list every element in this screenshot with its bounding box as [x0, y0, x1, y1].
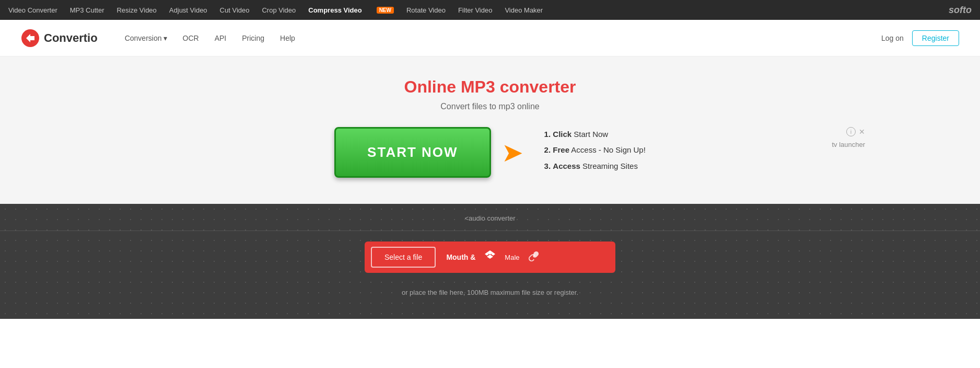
toolbar-link-mp3-cutter[interactable]: MP3 Cutter — [70, 6, 104, 14]
toolbar-link-video-maker[interactable]: Video Maker — [505, 6, 543, 14]
logo-text: Convertio — [44, 31, 98, 45]
close-icon[interactable]: ✕ — [859, 128, 865, 136]
file-upload-bar: Select a file Mouth & Male — [365, 242, 615, 273]
converter-section: <audio converter Select a file Mouth & M… — [0, 204, 980, 319]
logo-area[interactable]: Convertio — [21, 29, 98, 48]
main-header: Convertio Conversion ▾ OCR API Pricing H… — [0, 20, 980, 56]
ad-step-3: 3. Access Streaming Sites — [544, 160, 646, 172]
register-button[interactable]: Register — [912, 30, 959, 46]
toolbar-link-video-converter[interactable]: Video Converter — [8, 6, 57, 14]
nav-ocr[interactable]: OCR — [177, 31, 205, 45]
toolbar-link-filter-video[interactable]: Filter Video — [458, 6, 493, 14]
info-icon[interactable]: i — [846, 127, 856, 136]
main-nav: Conversion ▾ OCR API Pricing Help — [119, 31, 881, 45]
dropbox-icon[interactable] — [484, 249, 496, 265]
ad-area: START NOW ➤ 1. Click Start Now 2. Free A… — [10, 127, 970, 178]
tv-launcher-text: tv launcher — [832, 141, 865, 148]
toolbar-link-compress-video[interactable]: Compress Video — [308, 6, 361, 14]
top-toolbar: Video Converter MP3 Cutter Resize Video … — [0, 0, 980, 20]
mouth-and-text: Mouth & — [446, 253, 475, 261]
converter-label: <audio converter — [0, 214, 980, 222]
ad-info-row: i ✕ — [846, 127, 865, 136]
toolbar-link-crop-video[interactable]: Crop Video — [262, 6, 296, 14]
login-link[interactable]: Log on — [881, 34, 904, 42]
upload-options: Mouth & Male — [446, 249, 539, 265]
ad-step-1: 1. Click Start Now — [544, 129, 646, 141]
toolbar-link-adjust-video[interactable]: Adjust Video — [169, 6, 207, 14]
link-icon[interactable] — [528, 250, 540, 264]
nav-pricing[interactable]: Pricing — [236, 31, 271, 45]
converter-input-area: Select a file Mouth & Male — [0, 242, 980, 289]
nav-help[interactable]: Help — [274, 31, 301, 45]
nav-api[interactable]: API — [208, 31, 233, 45]
softo-logo: softo — [949, 5, 972, 16]
select-file-button[interactable]: Select a file — [371, 247, 436, 268]
chevron-down-icon: ▾ — [164, 34, 167, 42]
ad-steps: 1. Click Start Now 2. Free Access - No S… — [544, 129, 646, 177]
male-text: Male — [505, 254, 519, 261]
toolbar-link-cut-video[interactable]: Cut Video — [220, 6, 250, 14]
converter-separator — [0, 231, 980, 231]
header-actions: Log on Register — [881, 30, 959, 46]
ad-side: i ✕ tv launcher — [832, 127, 865, 148]
hero-subtitle: Convert files to mp3 online — [10, 102, 970, 111]
toolbar-link-resize-video[interactable]: Resize Video — [116, 6, 156, 14]
ad-step-2: 2. Free Access - No Sign Up! — [544, 144, 646, 156]
arrow-icon: ➤ — [501, 137, 523, 168]
drop-text: or place the file here, 100MB maximum fi… — [0, 289, 980, 305]
hero-section: Online MP3 converter Convert files to mp… — [0, 56, 980, 204]
toolbar-link-rotate-video[interactable]: Rotate Video — [406, 6, 446, 14]
start-now-button[interactable]: START NOW — [334, 127, 491, 178]
hero-title: Online MP3 converter — [10, 77, 970, 97]
convertio-logo-icon — [21, 29, 40, 48]
new-badge: NEW — [377, 7, 394, 14]
nav-conversion[interactable]: Conversion ▾ — [119, 31, 173, 45]
